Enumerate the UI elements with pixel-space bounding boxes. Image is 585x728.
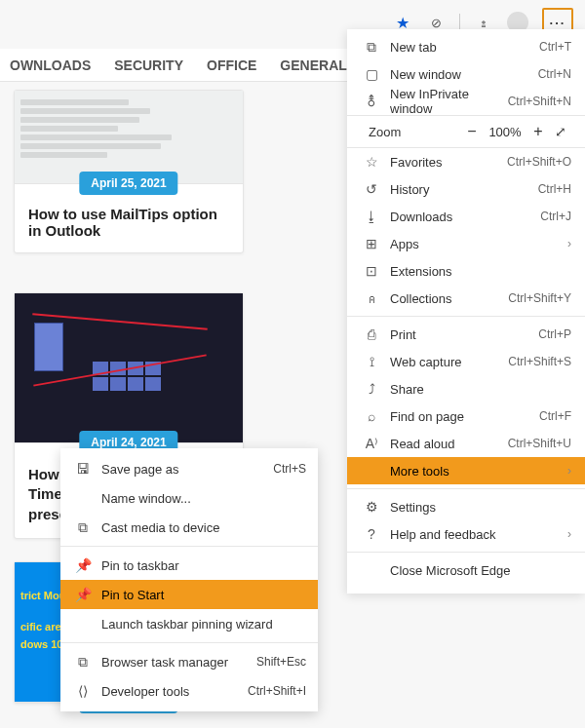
history-icon: ↺ [361, 181, 382, 197]
menu-shortcut: Ctrl+Shift+S [508, 355, 571, 368]
submenu-item-developer-tools[interactable]: ⟨⟩Developer toolsCtrl+Shift+I [60, 676, 318, 706]
menu-shortcut: Ctrl+Shift+O [507, 155, 571, 169]
print-icon: ⎙ [361, 326, 382, 342]
menu-item-read-aloud[interactable]: A⁾Read aloudCtrl+Shift+U [347, 430, 585, 457]
menu-item-label: New tab [390, 40, 539, 55]
nav-general[interactable]: GENERAL [280, 57, 346, 73]
submenu-shortcut: Ctrl+S [273, 462, 306, 476]
menu-item-collections[interactable]: ⩀CollectionsCtrl+Shift+Y [347, 285, 585, 312]
menu-item-label: Print [390, 327, 538, 342]
extensions-icon: ⊡ [361, 263, 382, 279]
menu-item-extensions[interactable]: ⊡Extensions [347, 257, 585, 285]
save-page-as-icon: 🖫 [72, 461, 94, 477]
read-aloud-icon: A⁾ [361, 436, 382, 451]
menu-separator [347, 488, 585, 489]
collections-icon: ⩀ [361, 290, 382, 306]
menu-item-web-capture[interactable]: ⟟Web captureCtrl+Shift+S [347, 348, 585, 375]
menu-item-label: Downloads [390, 210, 540, 224]
menu-item-label: Share [390, 382, 571, 397]
chevron-right-icon: › [567, 237, 571, 250]
menu-shortcut: Ctrl+T [539, 40, 571, 54]
nav-security[interactable]: SECURITY [114, 57, 183, 73]
new-tab-icon: ⧉ [361, 39, 382, 56]
menu-item-print[interactable]: ⎙PrintCtrl+P [347, 321, 585, 348]
menu-item-label: More tools [390, 464, 562, 479]
menu-item-share[interactable]: ⤴Share [347, 375, 585, 402]
menu-item-label: Collections [390, 291, 508, 306]
card-thumbnail: April 25, 2021 [15, 91, 243, 184]
submenu-shortcut: Ctrl+Shift+I [248, 684, 306, 698]
menu-shortcut: Ctrl+Shift+U [508, 437, 571, 450]
article-card-1[interactable]: April 25, 2021 How to use MailTips optio… [14, 90, 244, 253]
zoom-in-button[interactable]: + [526, 123, 550, 140]
menu-item-label: Extensions [390, 264, 571, 279]
more-tools-submenu: 🖫Save page asCtrl+SName window...⧉Cast m… [60, 448, 318, 711]
submenu-item-cast-media-to-device[interactable]: ⧉Cast media to device [60, 513, 318, 542]
submenu-item-label: Name window... [101, 491, 306, 506]
help-and-feedback-icon: ? [361, 526, 382, 542]
menu-item-label: Close Microsoft Edge [390, 563, 571, 578]
menu-item-label: New InPrivate window [390, 87, 508, 116]
menu-item-close-microsoft-edge[interactable]: Close Microsoft Edge [347, 556, 585, 584]
settings-icon: ⚙ [361, 499, 382, 515]
new-window-icon: ▢ [361, 66, 382, 82]
downloads-icon: ⭳ [361, 209, 382, 224]
menu-shortcut: Ctrl+F [539, 409, 571, 423]
menu-separator [347, 316, 585, 317]
submenu-item-label: Developer tools [101, 684, 248, 699]
menu-item-label: Settings [390, 500, 571, 515]
new-inprivate-window-icon: ⚨ [361, 94, 382, 109]
submenu-shortcut: Shift+Esc [256, 655, 306, 669]
chevron-right-icon: › [567, 464, 571, 478]
nav-office[interactable]: OFFICE [207, 57, 256, 73]
cast-media-to-device-icon: ⧉ [72, 519, 94, 536]
menu-item-label: Web capture [390, 355, 508, 369]
menu-separator [60, 642, 318, 643]
submenu-item-pin-to-taskbar[interactable]: 📌Pin to taskbar [60, 551, 318, 580]
submenu-item-save-page-as[interactable]: 🖫Save page asCtrl+S [60, 454, 318, 483]
submenu-item-label: Cast media to device [101, 520, 306, 535]
menu-shortcut: Ctrl+J [540, 210, 571, 223]
menu-item-apps[interactable]: ⊞Apps› [347, 230, 585, 257]
developer-tools-icon: ⟨⟩ [72, 683, 94, 699]
menu-item-settings[interactable]: ⚙Settings [347, 493, 585, 520]
apps-icon: ⊞ [361, 236, 382, 251]
menu-item-downloads[interactable]: ⭳DownloadsCtrl+J [347, 203, 585, 230]
menu-shortcut: Ctrl+P [538, 327, 571, 341]
submenu-item-pin-to-start[interactable]: 📌Pin to Start [60, 580, 318, 609]
zoom-label: Zoom [361, 125, 460, 139]
pin-to-start-icon: 📌 [72, 587, 94, 602]
menu-item-new-window[interactable]: ▢New windowCtrl+N [347, 60, 585, 88]
zoom-out-button[interactable]: − [460, 123, 484, 140]
card-thumbnail: April 24, 2021 [15, 293, 243, 443]
menu-item-new-inprivate-window[interactable]: ⚨New InPrivate windowCtrl+Shift+N [347, 88, 585, 115]
menu-item-favorites[interactable]: ☆FavoritesCtrl+Shift+O [347, 148, 585, 175]
browser-task-manager-icon: ⧉ [72, 654, 94, 671]
find-on-page-icon: ⌕ [361, 408, 382, 424]
menu-shortcut: Ctrl+H [538, 182, 571, 196]
fullscreen-icon[interactable]: ⤢ [550, 124, 571, 139]
menu-item-label: New window [390, 67, 538, 82]
menu-item-label: Read aloud [390, 437, 508, 451]
menu-item-label: Favorites [390, 155, 507, 170]
menu-shortcut: Ctrl+Shift+N [508, 95, 571, 108]
submenu-item-label: Save page as [101, 462, 273, 477]
menu-separator [60, 546, 318, 547]
web-capture-icon: ⟟ [361, 354, 382, 370]
submenu-item-label: Browser task manager [101, 655, 256, 670]
zoom-row: Zoom−100%+⤢ [347, 115, 585, 148]
submenu-item-launch-taskbar-pinning-wizard[interactable]: Launch taskbar pinning wizard [60, 609, 318, 638]
menu-item-more-tools[interactable]: More tools› [347, 457, 585, 484]
menu-item-new-tab[interactable]: ⧉New tabCtrl+T [347, 33, 585, 60]
nav-downloads[interactable]: OWNLOADS [10, 57, 91, 73]
submenu-item-browser-task-manager[interactable]: ⧉Browser task managerShift+Esc [60, 647, 318, 676]
submenu-item-label: Pin to Start [101, 588, 306, 602]
menu-item-history[interactable]: ↺HistoryCtrl+H [347, 175, 585, 203]
submenu-item-label: Pin to taskbar [101, 558, 306, 573]
menu-item-help-and-feedback[interactable]: ?Help and feedback› [347, 520, 585, 548]
submenu-item-name-window-[interactable]: Name window... [60, 483, 318, 513]
menu-item-label: History [390, 182, 538, 197]
menu-item-label: Find on page [390, 409, 539, 424]
menu-shortcut: Ctrl+Shift+Y [508, 291, 571, 305]
menu-item-find-on-page[interactable]: ⌕Find on pageCtrl+F [347, 402, 585, 430]
